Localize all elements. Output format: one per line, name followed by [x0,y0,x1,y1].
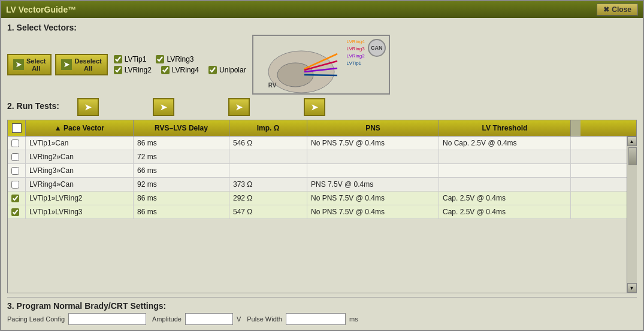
section2-title: 2. Run Tests: [7,101,59,111]
header-checkbox[interactable] [12,123,22,133]
lv-ring4-label: LVRing4 [347,38,365,45]
checkbox-lvring2[interactable]: LVRing2 [114,66,152,74]
pulse-width-field: Pulse Width ms [247,313,358,325]
row-delay: 86 ms [134,136,229,150]
run-buttons: ➤ ➤ ➤ ➤ [77,98,325,116]
row-vector: LVTip1»LVRing2 [26,192,134,205]
checkbox-unipolar[interactable]: Unipolar [208,66,246,74]
row-imp [229,150,307,163]
lvtip1-checkbox[interactable] [114,55,122,63]
row-threshold: Cap. 2.5V @ 0.4ms [439,205,571,218]
th-threshold: LV Threshold [439,120,571,136]
row-checkbox[interactable] [11,167,19,175]
table-row: LVTip1»Can 86 ms 546 Ω No PNS 7.5V @ 0.4… [8,136,627,150]
scrollbar-thumb-area [627,146,637,283]
table-inner: ▲ Pace Vector RVS–LVS Delay Imp. Ω PNS L… [8,120,636,293]
row-imp: 373 Ω [229,178,307,191]
amplitude-input[interactable] [185,313,233,325]
close-icon: ✖ [603,5,609,14]
scrollbar-track: ▲ ▼ [627,136,636,293]
table-row: LVRing4»Can 92 ms 373 Ω PNS 7.5V @ 0.4ms [8,178,627,192]
row-delay: 86 ms [134,205,229,218]
row-vector: LVRing3»Can [26,164,134,177]
row-threshold: No Cap. 2.5V @ 0.4ms [439,136,571,150]
checkbox-row-2: LVRing2 LVRing4 Unipolar [114,66,246,74]
deselect-all-label: DeselectAll [74,57,101,72]
pacing-lead-config-label: Pacing Lead Config [7,315,65,323]
run-btn-3[interactable]: ➤ [228,98,250,116]
section1-title: 1. Select Vectors: [7,23,637,32]
section3: 3. Program Normal Brady/CRT Settings: Pa… [7,297,637,325]
row-checkbox-cell[interactable] [8,205,26,218]
row-imp: 292 Ω [229,192,307,205]
close-button[interactable]: ✖ Close [597,4,638,16]
pacing-lead-config-input[interactable] [68,313,146,325]
th-checkbox[interactable] [8,120,26,136]
lvring4-checkbox[interactable] [161,66,170,74]
svg-line-5 [304,75,337,75]
checkbox-lvring3[interactable]: LVRing3 [156,55,193,63]
lv-tip1-label: LVTip1 [347,60,365,67]
run-btn-4[interactable]: ➤ [304,98,325,116]
run-btn-2[interactable]: ➤ [153,98,174,116]
run-btn-1[interactable]: ➤ [77,98,99,116]
row-threshold: Cap. 2.5V @ 0.4ms [439,192,571,205]
row-pns: PNS 7.5V @ 0.4ms [307,178,439,191]
row-vector: LVRing4»Can [26,178,134,191]
row-imp: 546 Ω [229,136,307,150]
section2: 2. Run Tests: ➤ ➤ ➤ ➤ [7,98,637,116]
lvring3-checkbox[interactable] [156,55,164,63]
data-table-wrapper: ▲ Pace Vector RVS–LVS Delay Imp. Ω PNS L… [7,120,637,293]
lvring3-label: LVRing3 [167,55,193,63]
unipolar-checkbox[interactable] [208,66,217,74]
pulse-width-input[interactable] [286,313,346,325]
row-checkbox-cell[interactable] [8,150,26,163]
lv-ring3-label: LVRing3 [347,45,365,53]
row-vector: LVRing2»Can [26,150,134,163]
row-checkbox[interactable] [11,139,19,147]
th-imp: Imp. Ω [229,120,307,136]
row-pns: No PNS 7.5V @ 0.4ms [307,205,439,218]
table-body-wrapper: LVTip1»Can 86 ms 546 Ω No PNS 7.5V @ 0.4… [8,136,636,293]
row-checkbox-cell[interactable] [8,192,26,205]
row-checkbox-cell[interactable] [8,164,26,177]
row-delay: 86 ms [134,192,229,205]
row-checkbox-cell[interactable] [8,178,26,191]
th-pace-vector: ▲ Pace Vector [26,120,134,136]
row-threshold [439,150,571,163]
lvtip1-label: LVTip1 [125,55,147,63]
lead-labels: LVRing4 LVRing3 LVRing2 LVTip1 [347,38,365,67]
th-delay: RVS–LVS Delay [134,120,229,136]
section3-content: Pacing Lead Config Amplitude V Pulse Wid… [7,313,637,325]
amplitude-unit: V [237,315,241,323]
row-checkbox[interactable] [11,181,19,189]
unipolar-label: Unipolar [219,66,246,74]
select-all-icon: ➤ [13,59,24,70]
deselect-all-button[interactable]: ➤ DeselectAll [55,54,107,75]
row-checkbox[interactable] [11,153,19,161]
select-all-label: SelectAll [26,57,46,72]
row-delay: 92 ms [134,178,229,191]
row-checkbox[interactable] [11,195,19,202]
row-imp: 547 Ω [229,205,307,218]
row-checkbox[interactable] [11,208,19,216]
content-area: 1. Select Vectors: ➤ SelectAll ➤ Deselec… [1,18,643,330]
scrollbar-up-btn[interactable]: ▲ [627,136,637,146]
th-pns: PNS [307,120,439,136]
th-scroll-spacer [571,120,580,136]
checkbox-row-1: LVTip1 LVRing3 [114,55,246,63]
lvring2-checkbox[interactable] [114,66,122,74]
checkbox-lvring4[interactable]: LVRing4 [161,66,199,74]
scrollbar-thumb[interactable] [628,147,637,165]
pacing-lead-config-field: Pacing Lead Config [7,313,146,325]
table-row: LVRing3»Can 66 ms [8,164,627,178]
deselect-all-icon: ➤ [61,59,72,70]
checkbox-lvtip1[interactable]: LVTip1 [114,55,147,63]
select-all-button[interactable]: ➤ SelectAll [7,54,52,75]
lvring4-label: LVRing4 [172,66,199,74]
row-vector: LVTip1»Can [26,136,134,150]
scrollbar-down-btn[interactable]: ▼ [627,283,637,293]
lvring2-label: LVRing2 [125,66,152,74]
row-checkbox-cell[interactable] [8,136,26,150]
select-deselect-group: ➤ SelectAll ➤ DeselectAll [7,54,108,75]
